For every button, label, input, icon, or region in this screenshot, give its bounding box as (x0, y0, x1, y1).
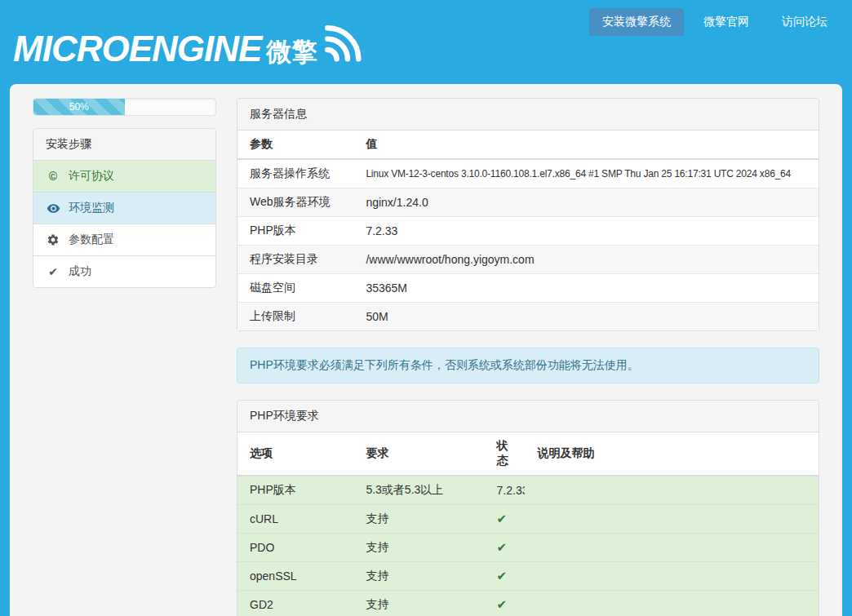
sidebar-item-label: 成功 (69, 264, 91, 279)
param-value-cell: /www/wwwroot/hong.yigoym.com (353, 246, 819, 274)
help-cell (525, 534, 819, 562)
gear-icon (46, 233, 60, 247)
php-requirement-row: GD2支持✔ (237, 591, 819, 616)
sidebar-item-label: 许可协议 (69, 169, 114, 184)
help-cell (525, 591, 819, 616)
php-requirement-row: cURL支持✔ (237, 505, 819, 534)
status-cell: ✔ (485, 591, 526, 616)
server-info-row: 程序安装目录/www/wwwroot/hong.yigoym.com (237, 246, 819, 274)
server-info-table: 参数 值 服务器操作系统Linux VM-12-3-centos 3.10.0-… (237, 131, 819, 330)
steps-panel: 安装步骤 ©许可协议环境监测参数配置✔成功 (33, 128, 216, 288)
param-name-cell: PHP版本 (237, 217, 353, 246)
status-cell: ✔ (485, 505, 526, 534)
header: MICROENGINE 微擎 安装微擎系统微擎官网访问论坛 (0, 0, 852, 82)
logo-cn-text: 微擎 (266, 39, 317, 67)
column-header-value: 值 (353, 131, 819, 159)
option-cell: PHP版本 (237, 476, 353, 505)
requirement-cell: 支持 (353, 534, 484, 562)
right-column: 服务器信息 参数 值 服务器操作系统Linux VM-12-3-centos 3… (237, 98, 819, 602)
status-cell: 7.2.33 (485, 476, 526, 505)
help-cell (525, 505, 819, 534)
sidebar-item-config: 参数配置 (33, 224, 215, 255)
php-requirement-row: PDO支持✔ (237, 534, 819, 562)
php-requirement-row: PHP版本5.3或者5.3以上7.2.33 (237, 476, 819, 505)
progress-bar: 50% (33, 99, 125, 115)
table-header-row: 选项 要求 状态 说明及帮助 (237, 432, 819, 476)
requirement-cell: 支持 (353, 591, 484, 616)
table-header-row: 参数 值 (237, 131, 819, 159)
param-value-cell: nginx/1.24.0 (353, 188, 819, 217)
server-info-row: Web服务器环境nginx/1.24.0 (237, 188, 819, 217)
status-cell: ✔ (485, 562, 526, 591)
nav-item-forum[interactable]: 访问论坛 (769, 8, 841, 36)
param-value-cell: 35365M (353, 274, 819, 303)
server-info-panel: 服务器信息 参数 值 服务器操作系统Linux VM-12-3-centos 3… (237, 98, 819, 331)
sidebar-item-label: 环境监测 (69, 201, 114, 215)
php-requirements-panel-title: PHP环境要求 (237, 401, 819, 432)
content-container: 50% 安装步骤 ©许可协议环境监测参数配置✔成功 服务器信息 参数 值 服务器… (10, 84, 842, 616)
param-name-cell: 程序安装目录 (237, 246, 353, 274)
php-requirement-row: openSSL支持✔ (237, 562, 819, 591)
php-requirements-panel: PHP环境要求 选项 要求 状态 说明及帮助 PHP版本5.3或者5.3以上7.… (237, 400, 819, 616)
column-header-help: 说明及帮助 (525, 432, 819, 476)
help-cell (525, 476, 819, 505)
help-cell (525, 562, 819, 591)
logo-text: MICROENGINE (13, 31, 261, 67)
requirement-cell: 支持 (353, 562, 484, 591)
sidebar-item-license: ©许可协议 (33, 161, 215, 192)
php-requirements-table: 选项 要求 状态 说明及帮助 PHP版本5.3或者5.3以上7.2.33cURL… (237, 432, 819, 616)
requirement-cell: 5.3或者5.3以上 (353, 476, 484, 505)
column-header-status: 状态 (485, 432, 526, 476)
copyright-icon: © (46, 169, 60, 184)
nav-item-install[interactable]: 安装微擎系统 (589, 8, 684, 36)
param-value-cell: 7.2.33 (353, 217, 819, 246)
server-info-panel-title: 服务器信息 (237, 99, 819, 131)
nav-item-official-site[interactable]: 微擎官网 (690, 8, 762, 36)
check-icon: ✔ (497, 569, 508, 583)
check-icon: ✔ (497, 597, 508, 611)
option-cell: PDO (237, 534, 353, 562)
column-header-option: 选项 (237, 432, 353, 476)
status-cell: ✔ (485, 534, 526, 562)
info-alert: PHP环境要求必须满足下列所有条件，否则系统或系统部份功能将无法使用。 (237, 348, 819, 383)
option-cell: cURL (237, 505, 353, 534)
signal-icon (318, 13, 369, 66)
column-header-requirement: 要求 (353, 432, 484, 476)
param-name-cell: 服务器操作系统 (237, 159, 353, 188)
requirement-cell: 支持 (353, 505, 484, 534)
check-icon: ✔ (497, 512, 508, 525)
server-info-row: 上传限制50M (237, 303, 819, 331)
server-info-row: 磁盘空间35365M (237, 274, 819, 303)
steps-list: ©许可协议环境监测参数配置✔成功 (33, 161, 215, 287)
option-cell: GD2 (237, 591, 353, 616)
param-name-cell: 磁盘空间 (237, 274, 353, 303)
option-cell: openSSL (237, 562, 353, 591)
eye-icon (46, 201, 60, 215)
param-name-cell: 上传限制 (237, 303, 353, 331)
sidebar-item-success: ✔成功 (33, 255, 215, 287)
steps-panel-title: 安装步骤 (33, 129, 215, 161)
param-name-cell: Web服务器环境 (237, 188, 353, 217)
check-icon: ✔ (497, 540, 508, 554)
column-header-param: 参数 (237, 131, 353, 159)
sidebar-item-environment: 环境监测 (33, 192, 215, 224)
sidebar-item-label: 参数配置 (69, 233, 114, 247)
progress-track: 50% (33, 98, 216, 116)
server-info-row: 服务器操作系统Linux VM-12-3-centos 3.10.0-1160.… (237, 159, 819, 188)
left-column: 50% 安装步骤 ©许可协议环境监测参数配置✔成功 (33, 98, 216, 602)
top-nav: 安装微擎系统微擎官网访问论坛 (589, 8, 841, 36)
check-icon: ✔ (46, 264, 60, 279)
server-info-row: PHP版本7.2.33 (237, 217, 819, 246)
logo: MICROENGINE 微擎 (13, 13, 369, 67)
param-value-cell: 50M (353, 303, 819, 331)
param-value-cell: Linux VM-12-3-centos 3.10.0-1160.108.1.e… (353, 159, 819, 188)
